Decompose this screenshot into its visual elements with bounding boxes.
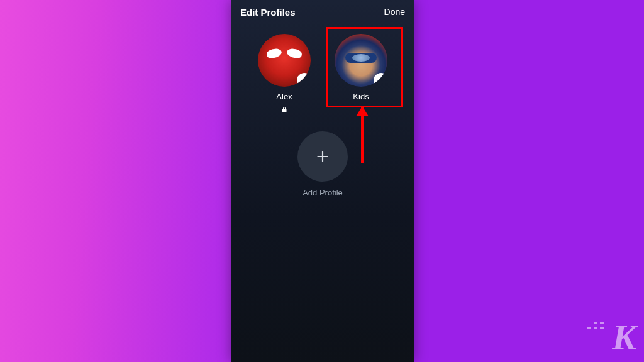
header: Edit Profiles Done: [231, 0, 414, 20]
profile-name: Kids: [353, 92, 369, 101]
add-circle: [297, 131, 348, 182]
profile-alex[interactable]: Alex: [258, 34, 311, 116]
edit-icon[interactable]: [374, 73, 387, 87]
add-profile-button[interactable]: Add Profile: [231, 131, 414, 197]
add-profile-label: Add Profile: [303, 188, 343, 197]
lock-icon: [280, 105, 288, 116]
profile-name: Alex: [276, 92, 292, 101]
watermark-dots: [587, 322, 604, 329]
avatar-alex: [258, 34, 311, 87]
page-title: Edit Profiles: [240, 7, 296, 18]
watermark-logo: K: [612, 319, 635, 356]
phone-screen: Edit Profiles Done Alex Kids: [231, 0, 414, 362]
profiles-row: Alex Kids: [231, 34, 414, 116]
plus-icon: [314, 148, 331, 165]
done-button[interactable]: Done: [384, 7, 405, 17]
profile-kids[interactable]: Kids: [335, 34, 387, 116]
edit-icon[interactable]: [297, 73, 311, 87]
annotation-arrow: [361, 107, 364, 163]
avatar-kids: [335, 34, 387, 87]
